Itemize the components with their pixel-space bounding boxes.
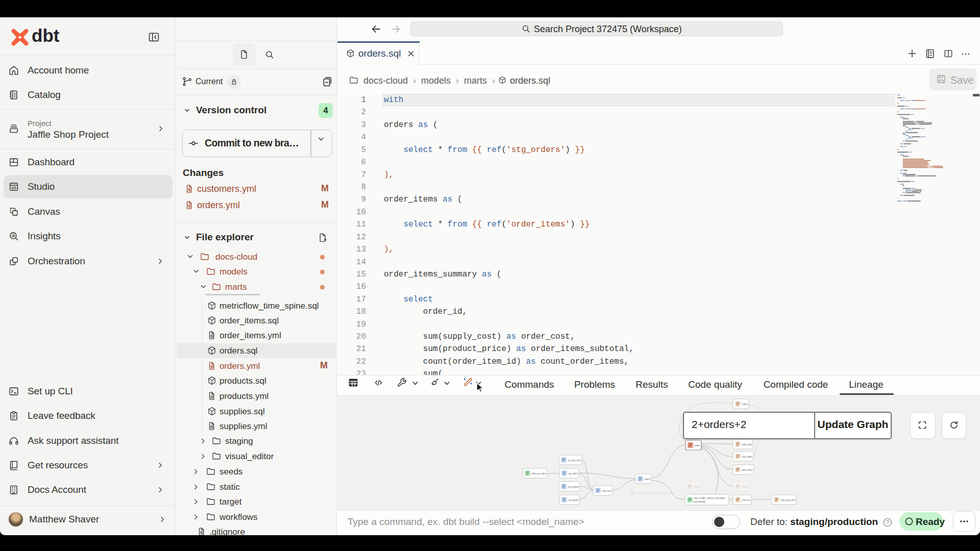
svg-text:orders: orders (645, 478, 651, 481)
svg-text:orders: orders (742, 403, 748, 406)
svg-text:orders: orders (694, 485, 701, 488)
svg-text:stg_supplies: stg_supplies (569, 498, 579, 502)
svg-text:food_orders: food_orders (742, 455, 753, 458)
svg-text:jaffle_raw_orders: jaffle_raw_orders (531, 472, 547, 475)
svg-text:order_total: order_total (742, 443, 752, 446)
svg-text:?: ? (886, 519, 889, 525)
svg-text:stg_order_items: stg_order_items (568, 459, 581, 462)
svg-text:order_items: order_items (602, 489, 612, 492)
svg-text:stg_orders: stg_orders (569, 472, 578, 475)
svg-text:correctly: correctly (694, 500, 706, 503)
svg-text:stg_products: stg_products (568, 485, 579, 488)
svg-text:test_order_items_compare: test_order_items_compare (694, 496, 725, 499)
svg-text:orders: orders (742, 485, 748, 488)
svg-text:not_negative_total_amount: not_negative_total_amount (637, 491, 674, 494)
svg-text:order_cost: order_cost (742, 498, 751, 502)
svg-text:order_group_worth: order_group_worth (781, 498, 796, 502)
svg-text:orders: orders (695, 444, 701, 447)
svg-text:drink_orders: drink_orders (742, 468, 753, 471)
